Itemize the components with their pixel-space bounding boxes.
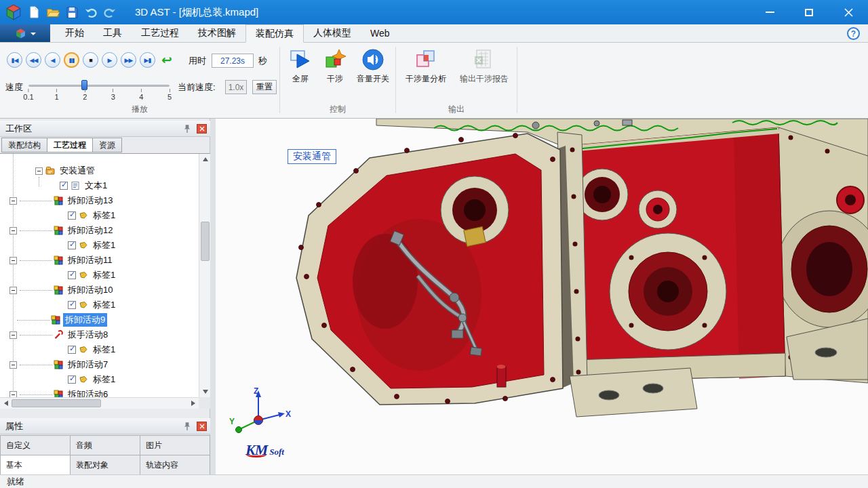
horizontal-scrollbar[interactable] bbox=[0, 397, 199, 409]
tree-row[interactable]: 安装通管 bbox=[0, 163, 199, 178]
tree-expander-minus[interactable] bbox=[9, 331, 17, 339]
tree-expander-minus[interactable] bbox=[9, 197, 17, 205]
tag-icon bbox=[79, 270, 88, 280]
app-menu-button[interactable] bbox=[0, 24, 50, 42]
ribbon-tab-tools[interactable]: 工具 bbox=[94, 24, 132, 42]
tree-row[interactable]: 标签1 bbox=[0, 238, 199, 253]
properties-tab-image[interactable]: 图片 bbox=[140, 436, 210, 455]
workspace-close-button[interactable] bbox=[197, 124, 207, 134]
ribbon-tab-web[interactable]: Web bbox=[361, 24, 399, 42]
maximize-button[interactable] bbox=[789, 0, 829, 24]
speed-ticks: 0.112345 bbox=[28, 89, 170, 104]
properties-tab-audio[interactable]: 音频 bbox=[71, 436, 140, 455]
help-button[interactable]: ? bbox=[847, 27, 860, 40]
scroll-right-button[interactable] bbox=[187, 398, 199, 409]
checkbox[interactable] bbox=[68, 271, 76, 279]
workspace-tab-resources[interactable]: 资源 bbox=[92, 138, 122, 152]
tree-row[interactable]: 标签1 bbox=[0, 268, 199, 283]
tree-row[interactable]: 拆卸活动7 bbox=[0, 357, 199, 372]
tree-expander-minus[interactable] bbox=[9, 391, 17, 398]
tree-expander-minus[interactable] bbox=[9, 361, 17, 369]
playback-stop-button[interactable]: ■ bbox=[83, 52, 98, 68]
properties-tab-assembly-object[interactable]: 装配对象 bbox=[71, 455, 140, 475]
tree-row[interactable]: 标签1 bbox=[0, 372, 199, 387]
horizontal-scrollbar-thumb[interactable] bbox=[12, 399, 101, 407]
tree-row[interactable]: 标签1 bbox=[0, 298, 199, 312]
playback-play-button[interactable]: ▶ bbox=[102, 52, 117, 68]
open-folder-icon[interactable] bbox=[45, 5, 60, 20]
checkbox[interactable] bbox=[68, 346, 76, 354]
playback-group-label: 播放 bbox=[0, 104, 279, 115]
window-title: 3D AST - [烟机总装.kmapd] bbox=[135, 6, 258, 19]
playback-replay-button[interactable]: ↩ bbox=[159, 52, 175, 68]
checkbox[interactable] bbox=[68, 211, 76, 220]
volume-toggle-button[interactable]: 音量开关 bbox=[351, 48, 395, 85]
interference-button[interactable]: 干涉 bbox=[320, 48, 350, 85]
properties-tab-grid: 自定义音频图片基本装配对象轨迹内容 bbox=[0, 435, 210, 475]
tree-row[interactable]: 拆卸活动11 bbox=[0, 253, 199, 268]
ribbon-tab-tech-illustration[interactable]: 技术图解 bbox=[189, 24, 245, 42]
tree-row[interactable]: 扳手活动8 bbox=[0, 327, 199, 342]
scroll-left-button[interactable] bbox=[0, 398, 12, 409]
scroll-up-button[interactable] bbox=[199, 154, 210, 165]
speed-slider-track[interactable] bbox=[28, 85, 170, 87]
elapsed-unit: 秒 bbox=[258, 55, 267, 67]
tree-row[interactable]: 拆卸活动6 bbox=[0, 387, 199, 397]
save-icon[interactable] bbox=[64, 5, 79, 20]
scroll-down-button[interactable] bbox=[199, 386, 210, 397]
ribbon-tab-human-model[interactable]: 人体模型 bbox=[304, 24, 361, 42]
new-document-icon[interactable] bbox=[26, 5, 41, 20]
playback-play-backward-button[interactable]: ◀ bbox=[45, 52, 60, 68]
properties-tab-custom[interactable]: 自定义 bbox=[1, 436, 71, 455]
close-button[interactable] bbox=[829, 0, 868, 24]
playback-fast-backward-button[interactable]: ◀◀ bbox=[26, 52, 41, 68]
pin-icon[interactable] bbox=[182, 124, 192, 134]
pin-icon[interactable] bbox=[182, 422, 192, 431]
redo-icon[interactable] bbox=[102, 5, 117, 20]
tree-row[interactable]: 文本1 bbox=[0, 178, 199, 193]
workspace-tab-process[interactable]: 工艺过程 bbox=[47, 138, 93, 152]
output-interference-report-button[interactable]: 输出干涉报告 bbox=[453, 48, 515, 85]
panel-splitter[interactable] bbox=[210, 119, 216, 474]
ribbon-tab-assembly-simulation[interactable]: 装配仿真 bbox=[245, 24, 304, 43]
tree-row[interactable]: 标签1 bbox=[0, 208, 199, 223]
properties-tab-basic[interactable]: 基本 bbox=[1, 455, 71, 475]
tree-row[interactable]: 拆卸活动10 bbox=[0, 283, 199, 298]
checkbox[interactable] bbox=[68, 241, 76, 249]
properties-tab-track-content[interactable]: 轨迹内容 bbox=[140, 455, 210, 475]
vertical-scrollbar-thumb[interactable] bbox=[201, 222, 210, 261]
3d-model-render[interactable] bbox=[216, 119, 868, 474]
arrow-up-icon bbox=[203, 155, 208, 161]
undo-icon[interactable] bbox=[83, 5, 98, 20]
ribbon-tab-bar: 开始工具工艺过程技术图解装配仿真人体模型Web bbox=[56, 24, 399, 42]
playback-go-first-button[interactable]: ▮◀ bbox=[7, 52, 22, 68]
ribbon-tab-process[interactable]: 工艺过程 bbox=[132, 24, 189, 42]
playback-fast-forward-button[interactable]: ▶▶ bbox=[121, 52, 136, 68]
playback-go-last-button[interactable]: ▶▮ bbox=[140, 52, 155, 68]
axis-y-label: Y bbox=[229, 417, 235, 426]
checkbox[interactable] bbox=[60, 182, 68, 190]
tree-expander-minus[interactable] bbox=[9, 287, 17, 294]
fullscreen-button[interactable]: 全屏 bbox=[285, 48, 316, 85]
tree-row[interactable]: 标签1 bbox=[0, 342, 199, 357]
checkbox[interactable] bbox=[68, 301, 76, 309]
workspace-panel-header: 工作区 bbox=[0, 121, 210, 137]
tree-expander-minus[interactable] bbox=[9, 227, 17, 235]
tree-expander-minus[interactable] bbox=[35, 167, 43, 175]
3d-viewport[interactable]: 安装通管 Z X Y KM Soft bbox=[216, 119, 868, 474]
ribbon: ▮◀◀◀◀▮▮■▶▶▶▶▮↩ 用时 27.23s 秒 速度 0.112345 当… bbox=[0, 43, 868, 119]
tree-expander-minus[interactable] bbox=[9, 257, 17, 264]
playback-pause-button[interactable]: ▮▮ bbox=[64, 52, 79, 68]
reset-speed-button[interactable]: 重置 bbox=[252, 80, 277, 94]
tree-row[interactable]: 拆卸活动13 bbox=[0, 193, 199, 208]
tree-row[interactable]: 拆卸活动9 bbox=[0, 312, 199, 327]
workspace-tab-assembly-structure[interactable]: 装配结构 bbox=[1, 138, 47, 152]
vertical-scrollbar[interactable] bbox=[199, 154, 210, 397]
tree-row[interactable]: 拆卸活动12 bbox=[0, 223, 199, 238]
checkbox[interactable] bbox=[68, 375, 76, 384]
properties-close-button[interactable] bbox=[197, 422, 207, 431]
process-tree: 安装通管文本1拆卸活动13标签1拆卸活动12标签1拆卸活动11标签1拆卸活动10… bbox=[0, 153, 210, 397]
ribbon-tab-start[interactable]: 开始 bbox=[56, 24, 94, 42]
minimize-button[interactable] bbox=[750, 0, 789, 24]
interference-analysis-button[interactable]: 干涉量分析 bbox=[400, 48, 452, 85]
